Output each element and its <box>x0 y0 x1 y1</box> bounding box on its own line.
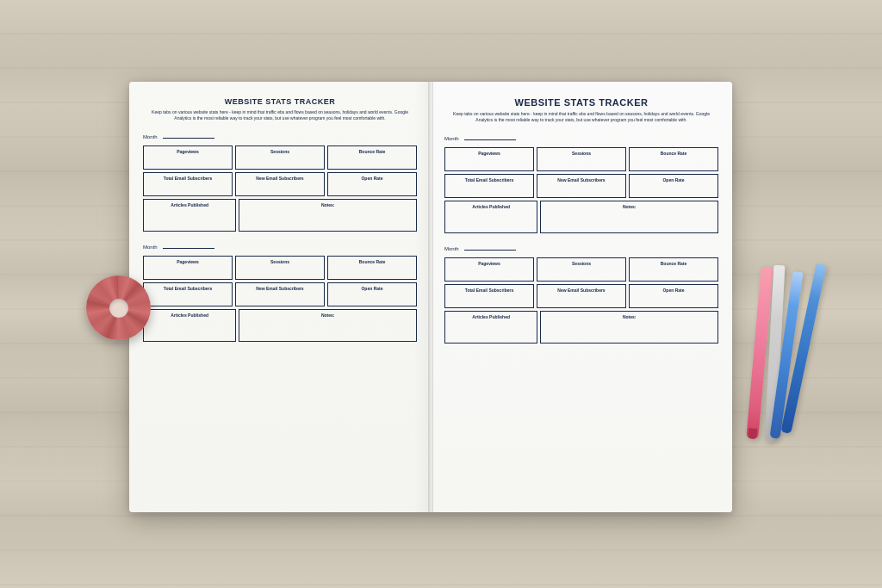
right-s1-pageviews: Pageviews <box>444 147 534 171</box>
right-s2-month-input[interactable] <box>464 244 516 251</box>
right-s2-articles-row: Articles Published Notes: <box>444 311 718 344</box>
right-page-title: WEBSITE STATS TRACKER <box>444 97 718 108</box>
right-s2-pageviews: Pageviews <box>444 257 534 282</box>
right-section2-month-row: Month <box>444 238 718 254</box>
left-s1-month-label: Month <box>143 134 158 139</box>
left-section1-month-row: Month <box>143 127 417 142</box>
left-s1-new-email: New Email Subscribers <box>235 172 325 196</box>
right-s2-stats-row1: Pageviews Sessions Bounce Rate <box>444 257 718 282</box>
right-s1-stats-row2: Total Email Subscribers New Email Subscr… <box>444 174 718 198</box>
left-page-description: Keep tabs on various website stats here … <box>143 109 417 121</box>
right-s2-articles-published: Articles Published <box>444 311 537 344</box>
right-s1-articles-published: Articles Published <box>444 201 537 233</box>
right-s2-total-email: Total Email Subscribers <box>444 284 534 308</box>
right-s2-sessions: Sessions <box>537 257 626 282</box>
open-book: WEBSITE STATS TRACKER Keep tabs on vario… <box>129 82 732 512</box>
left-s2-sessions: Sessions <box>235 256 325 280</box>
left-section2-month-row: Month <box>143 237 417 252</box>
left-s2-bounce-rate: Bounce Rate <box>327 256 417 280</box>
left-s2-pageviews: Pageviews <box>143 256 233 280</box>
book-right-page: WEBSITE STATS TRACKER Keep tabs on vario… <box>431 82 732 512</box>
left-s1-articles-row: Articles Published Notes: <box>143 199 417 232</box>
pens-group <box>736 258 839 473</box>
right-s2-open-rate: Open Rate <box>629 284 718 308</box>
right-s1-notes: Notes: <box>540 201 718 233</box>
right-section1-month-row: Month <box>444 128 718 144</box>
left-s2-month-label: Month <box>143 244 158 250</box>
left-s2-stats-row2: Total Email Subscribers New Email Subscr… <box>143 282 417 306</box>
right-s1-total-email: Total Email Subscribers <box>444 174 534 198</box>
right-s2-notes: Notes: <box>540 311 718 344</box>
right-s1-bounce-rate: Bounce Rate <box>629 147 718 171</box>
right-s1-sessions: Sessions <box>537 147 626 171</box>
left-s1-stats-row2: Total Email Subscribers New Email Subscr… <box>143 172 417 196</box>
right-s1-month-input[interactable] <box>464 133 516 140</box>
book-left-page: WEBSITE STATS TRACKER Keep tabs on vario… <box>129 82 431 512</box>
left-s1-notes: Notes: <box>239 199 417 232</box>
right-s1-articles-row: Articles Published Notes: <box>444 201 718 233</box>
left-s2-stats-row1: Pageviews Sessions Bounce Rate <box>143 256 417 280</box>
right-s2-stats-row2: Total Email Subscribers New Email Subscr… <box>444 284 718 308</box>
right-s2-bounce-rate: Bounce Rate <box>629 257 718 282</box>
right-s2-new-email: New Email Subscribers <box>537 284 626 308</box>
left-s2-month-input[interactable] <box>163 242 214 249</box>
left-s1-stats-row1: Pageviews Sessions Bounce Rate <box>143 145 417 170</box>
right-s1-new-email: New Email Subscribers <box>537 174 626 198</box>
left-s2-total-email: Total Email Subscribers <box>143 282 233 306</box>
left-s1-pageviews: Pageviews <box>143 145 233 170</box>
right-s1-open-rate: Open Rate <box>629 174 718 198</box>
left-page-title: WEBSITE STATS TRACKER <box>143 97 417 106</box>
right-s1-stats-row1: Pageviews Sessions Bounce Rate <box>444 147 718 171</box>
right-page-description: Keep tabs on various website stats here … <box>444 111 718 123</box>
left-s1-sessions: Sessions <box>235 145 325 170</box>
left-s2-new-email: New Email Subscribers <box>235 282 325 306</box>
right-s2-month-label: Month <box>444 246 459 251</box>
left-s2-articles-published: Articles Published <box>143 309 236 342</box>
left-s2-articles-row: Articles Published Notes: <box>143 309 417 342</box>
left-s1-month-input[interactable] <box>163 132 214 139</box>
left-s1-total-email: Total Email Subscribers <box>143 172 233 196</box>
left-s1-open-rate: Open Rate <box>327 172 417 196</box>
left-s2-notes: Notes: <box>239 309 417 342</box>
left-s2-open-rate: Open Rate <box>327 282 417 306</box>
left-s1-articles-published: Articles Published <box>143 199 236 232</box>
tape-roll <box>86 275 151 340</box>
right-s1-month-label: Month <box>444 136 459 141</box>
left-s1-bounce-rate: Bounce Rate <box>327 145 417 170</box>
